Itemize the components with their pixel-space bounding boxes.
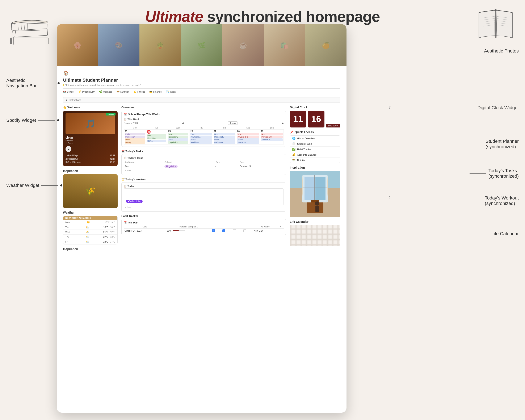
quick-access-section: 📌 Quick Access 🌐 Global Overview 📋 Stude… (290, 131, 340, 163)
habit-col-percent: Percent complet... (166, 225, 211, 229)
habit-col-cb3 (232, 225, 243, 229)
track-1: 1 Good Days04:39 (66, 154, 115, 157)
digital-clock-label: Digital Clock (290, 106, 340, 109)
annotation-nav-bar: Aesthetic Navigation Bar (6, 78, 60, 89)
cal-header-mon: Mon (124, 126, 146, 130)
inspiration-right-label: Inspiration (290, 166, 340, 169)
inspiration-left-label: Inspiration (63, 169, 118, 173)
weather-cloud-icon-fri: 🌥️ (86, 240, 89, 243)
calendar-month: October 2023 (124, 122, 138, 124)
svg-line-9 (24, 23, 25, 30)
tasks-add-new[interactable]: + New (124, 168, 284, 173)
qa-item-nutrition[interactable]: 🥗 Nutrition (290, 158, 340, 163)
calendar-table: Mon Tue Wed Thu Fri Sat Sun (124, 126, 284, 144)
instructions-bar[interactable]: ▶ Instructions (63, 97, 340, 103)
annotation-digital-clock-label: Digital Clock Widget (477, 105, 519, 111)
right-column: Digital Clock 11 16 TUESDAY 📌 Quick Acce… (290, 106, 340, 252)
svg-line-7 (18, 23, 19, 30)
spotify-controls: ▶ (66, 146, 115, 152)
habit-percent: 50% (166, 229, 211, 233)
cal-day-23: 23 Philo... Philosophy Name... History (124, 130, 146, 144)
nav-item-finance[interactable]: 💳 Finance (149, 90, 162, 93)
title-highlight: Ultimate (145, 8, 203, 25)
annotation-nav-bar-sub: Navigation Bar (6, 83, 37, 89)
qa-item-accounts[interactable]: 💰 Accounts Balance (290, 152, 340, 158)
planner-icon: 🏠 (63, 70, 69, 76)
quick-access-icon: 📌 (290, 131, 293, 134)
habit-col-add[interactable]: + (277, 225, 284, 229)
cal-header-thu: Thu (189, 126, 213, 130)
weather-row-mon: Mon ☀️ 16°C9°C (63, 220, 117, 225)
spotify-save[interactable]: ☆ Save... (66, 142, 115, 144)
workout-add-new[interactable]: + New (124, 205, 284, 209)
qa-item-global[interactable]: 🌐 Global Overview (290, 136, 340, 141)
today-button[interactable]: Today (228, 121, 238, 125)
habit-checkbox-1[interactable]: ✓ (212, 229, 215, 232)
cal-day-28: 28 New... Physics & C Name... Mathemat..… (236, 130, 260, 144)
inspiration-right-image (290, 171, 340, 217)
weather-row-tue: Tue ⛅ 18°C10°C (63, 225, 117, 230)
habit-tracker-nav-icon: ✅ (292, 148, 295, 151)
photo-5: ☕ (222, 24, 264, 66)
track-2: 2 successful03:47 (66, 157, 115, 160)
nav-item-index[interactable]: 📑 Index (166, 90, 176, 93)
task-col-date: Date (214, 160, 238, 164)
habit-checkbox-4[interactable] (244, 229, 246, 232)
school-icon: 🏫 (63, 90, 66, 93)
cal-day-29: 29 New... Physics & C Addition a... (260, 130, 283, 144)
task-subject: Linguistics (163, 164, 214, 169)
annotation-digital-clock: Digital Clock Widget (459, 105, 519, 111)
annotation-student-planner-label: Student Planner (486, 139, 519, 144)
nav-item-productivity[interactable]: ⚡ Productivity (78, 90, 94, 93)
task-col-due: Due (238, 160, 284, 164)
life-calendar-grid (290, 225, 340, 246)
instructions-label: Instructions (69, 99, 81, 101)
overview-section: Overview 📅 School Recap (This Week) 📋 Th… (121, 106, 286, 147)
annotation-workout-label: Today's Workout (485, 195, 519, 201)
nav-item-school[interactable]: 🏫 School (63, 90, 74, 93)
weather-cloud-icon-thu: 🌥️ (86, 235, 89, 239)
books-stack-icon (6, 4, 53, 50)
spotify-artist: lorenza (66, 139, 115, 142)
title-main: synchronized homepage (207, 8, 380, 25)
habit-checkbox-2[interactable]: ✓ (222, 229, 225, 232)
annotation-aesthetic-photos: Aesthetic Photos (457, 48, 519, 54)
workout-section: 🏋️ Today's Workout 📋 Today ●Bodybuilding (121, 178, 286, 212)
global-overview-icon: 🌐 (292, 137, 295, 140)
play-button[interactable]: ▶ (66, 146, 71, 152)
task-col-name: Aa Name (124, 160, 163, 164)
calendar-icon: 📅 (124, 113, 127, 116)
nav-item-wellness[interactable]: 🌿 Wellness (99, 90, 112, 93)
page-root: Ultimate synchronized homepage (0, 0, 525, 29)
nav-item-fitness[interactable]: 💪 Fitness (133, 90, 145, 93)
nutrition-nav-icon: 🥗 (292, 159, 295, 162)
cal-header-fri: Fri (213, 126, 236, 130)
habit-tracker-header: Habit Tracker (121, 215, 286, 218)
welcome-section-label: 👋 Welcome (63, 106, 118, 109)
clock-day-label: TUESDAY (326, 124, 340, 128)
cal-day-26: 26 Name... Mathemat... Name... Addition … (189, 130, 213, 144)
workout-header: 🏋️ Today's Workout (121, 178, 286, 181)
habit-checkbox-3[interactable] (233, 229, 236, 232)
qa-item-tasks[interactable]: 📋 Student Tasks (290, 141, 340, 147)
overview-label: Overview (121, 106, 286, 109)
weather-sun-icon: ☀️ (86, 221, 90, 224)
habit-tracker-label: Habit Tracker (121, 215, 138, 218)
qa-item-habits[interactable]: ✅ Habit Tracker (290, 147, 340, 152)
weather-row-thu: Thu 🌥️ 27°C13°C (63, 234, 117, 239)
workout-tag: ●Bodybuilding (126, 200, 143, 203)
finance-icon: 💳 (149, 90, 152, 93)
annotation-aesthetic-photos-label: Aesthetic Photos (484, 48, 519, 54)
nav-item-nutrition[interactable]: 🥗 Nutrition (117, 90, 129, 93)
cal-day-24: 24 New... Linguistics New... (146, 130, 167, 144)
middle-column: Overview 📅 School Recap (This Week) 📋 Th… (121, 106, 286, 252)
wellness-icon: 🌿 (99, 90, 102, 93)
photo-4: 🌿 (181, 24, 222, 66)
nutrition-icon: 🥗 (117, 90, 120, 93)
question-mark-1: ? (388, 105, 391, 110)
habit-col-date: Date (124, 225, 166, 229)
habit-progress-fill (173, 230, 179, 231)
photo-1: 🌸 (57, 24, 98, 66)
habit-tracker-section: Habit Tracker 📅 This Day Date (121, 215, 286, 235)
habit-col-cb1 (211, 225, 222, 229)
